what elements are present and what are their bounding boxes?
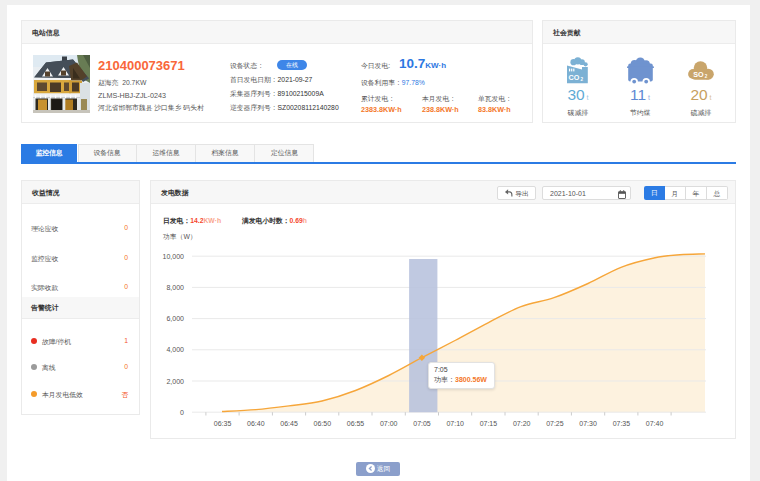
svg-text:07:35: 07:35 <box>613 420 631 427</box>
svg-text:07:40: 07:40 <box>646 420 664 427</box>
svg-text:CO: CO <box>569 73 580 82</box>
svg-text:07:05: 07:05 <box>413 420 431 427</box>
svg-text:8,000: 8,000 <box>166 284 184 291</box>
svg-text:06:55: 06:55 <box>347 420 365 427</box>
svg-text:06:35: 06:35 <box>214 420 232 427</box>
svg-text:06:45: 06:45 <box>280 420 298 427</box>
svg-text:6,000: 6,000 <box>166 315 184 322</box>
svg-text:07:25: 07:25 <box>546 420 564 427</box>
svg-text:4,000: 4,000 <box>166 346 184 353</box>
svg-text:07:20: 07:20 <box>513 420 531 427</box>
svg-text:06:40: 06:40 <box>247 420 265 427</box>
svg-text:07:00: 07:00 <box>380 420 398 427</box>
svg-text:10,000: 10,000 <box>163 253 185 260</box>
svg-text:2: 2 <box>581 77 584 82</box>
svg-text:2,000: 2,000 <box>166 378 184 385</box>
svg-text:07:10: 07:10 <box>446 420 464 427</box>
svg-text:07:30: 07:30 <box>579 420 597 427</box>
svg-text:06:50: 06:50 <box>314 420 332 427</box>
svg-text:0: 0 <box>180 409 184 416</box>
svg-text:SO: SO <box>693 70 704 79</box>
svg-text:07:15: 07:15 <box>480 420 498 427</box>
svg-text:2: 2 <box>705 74 708 79</box>
